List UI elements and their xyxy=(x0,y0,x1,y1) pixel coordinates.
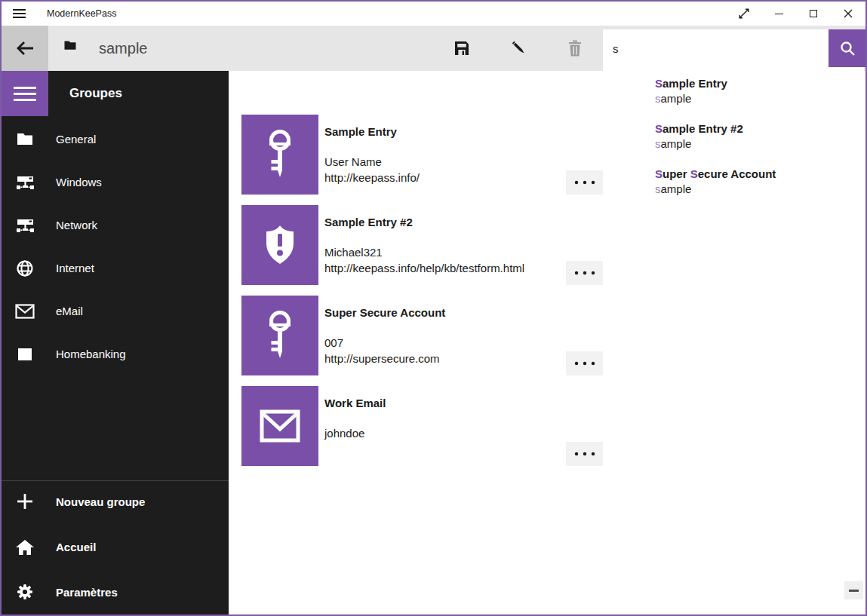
gear-icon xyxy=(15,583,35,601)
entry-details: johndoe xyxy=(324,425,364,441)
more-button[interactable] xyxy=(566,351,603,375)
suggestion-item[interactable]: Sample Entry sample xyxy=(655,76,864,121)
suggestion-title: Sample Entry #2 xyxy=(655,121,864,136)
key-icon xyxy=(241,296,318,375)
save-icon xyxy=(453,39,471,57)
save-button[interactable] xyxy=(444,26,480,71)
command-bar: sample xyxy=(2,26,865,71)
entry-details: User Name http://keepass.info/ xyxy=(324,154,420,185)
titlebar-hamburger-icon[interactable] xyxy=(2,7,36,20)
square-icon xyxy=(15,348,35,360)
app-title: ModernKeePass xyxy=(47,8,116,19)
sidebar-item-general[interactable]: General xyxy=(2,118,229,161)
back-button[interactable] xyxy=(2,26,48,71)
home-icon xyxy=(15,538,35,556)
sidebar-action-label: Paramètres xyxy=(56,586,118,599)
database-name: sample xyxy=(99,26,147,71)
mail-icon xyxy=(241,386,318,466)
sidebar-action-label: Accueil xyxy=(56,541,96,553)
entry-row-super-secure-account[interactable]: Super Secure Account 007 http://supersec… xyxy=(241,296,603,375)
app-window: ModernKeePass xyxy=(0,0,867,616)
more-button[interactable] xyxy=(566,261,603,285)
hamburger-icon xyxy=(14,83,36,105)
entry-title: Sample Entry xyxy=(324,125,397,138)
suggestion-item[interactable]: Sample Entry #2 sample xyxy=(655,121,864,167)
search-icon xyxy=(839,40,856,57)
sidebar-item-label: Network xyxy=(56,219,97,231)
group-list: General Windows xyxy=(2,118,229,375)
entry-username: Michael321 xyxy=(324,244,524,260)
sidebar-hamburger-button[interactable] xyxy=(2,71,48,116)
search-input[interactable] xyxy=(603,29,829,67)
minimize-button[interactable] xyxy=(761,2,796,26)
delete-button[interactable] xyxy=(557,26,593,71)
entry-details: Michael321 http://keepass.info/help/kb/t… xyxy=(324,244,524,276)
sidebar-item-windows[interactable]: Windows xyxy=(2,161,229,204)
sidebar-item-email[interactable]: eMail xyxy=(2,290,229,333)
network-icon xyxy=(15,217,35,234)
more-button[interactable] xyxy=(566,170,603,195)
shield-warning-icon xyxy=(241,205,318,285)
key-icon xyxy=(241,115,318,195)
hamburger-bars xyxy=(13,7,26,20)
sidebar-item-label: Windows xyxy=(56,176,102,188)
new-group-button[interactable]: Nouveau groupe xyxy=(2,479,229,524)
entry-username: 007 xyxy=(324,335,440,351)
entry-username: johndoe xyxy=(324,425,364,441)
minimize-icon xyxy=(775,14,783,14)
entry-title: Super Secure Account xyxy=(324,306,445,319)
entry-url: http://keepass.info/help/kb/testform.htm… xyxy=(324,260,524,276)
search-button[interactable] xyxy=(829,29,865,67)
diagonal-resize-icon xyxy=(739,8,749,19)
sidebar-item-label: Internet xyxy=(56,262,94,274)
window-controls xyxy=(727,2,865,26)
minus-icon xyxy=(849,590,859,592)
back-arrow-icon xyxy=(15,39,35,57)
sidebar-item-label: Homebanking xyxy=(56,348,126,360)
entry-title: Sample Entry #2 xyxy=(324,216,413,228)
globe-icon xyxy=(15,259,35,277)
entry-title: Work Email xyxy=(324,397,386,409)
entry-details: 007 http://supersecure.com xyxy=(324,335,440,366)
ellipsis-icon xyxy=(573,360,596,366)
home-button[interactable]: Accueil xyxy=(2,524,229,569)
close-icon xyxy=(844,9,853,18)
mail-icon xyxy=(15,304,35,319)
close-button[interactable] xyxy=(831,2,865,26)
groups-heading: Groupes xyxy=(69,71,122,116)
entry-list: Sample Entry User Name http://keepass.in… xyxy=(241,115,603,477)
suggestion-subtitle: sample xyxy=(655,136,864,152)
sidebar-item-homebanking[interactable]: Homebanking xyxy=(2,333,229,375)
sidebar-action-label: Nouveau groupe xyxy=(56,495,145,508)
entry-url: http://supersecure.com xyxy=(324,351,440,366)
sidebar-item-network[interactable]: Network xyxy=(2,204,229,247)
suggestion-title: Sample Entry xyxy=(655,76,864,91)
edit-button[interactable] xyxy=(501,26,537,71)
maximize-button[interactable] xyxy=(796,2,831,26)
entry-username: User Name xyxy=(324,154,420,170)
sidebar-item-label: General xyxy=(56,133,96,146)
zoom-out-button[interactable] xyxy=(844,581,863,599)
folder-icon xyxy=(15,131,35,147)
plus-icon xyxy=(15,492,35,510)
database-folder-icon xyxy=(63,39,77,54)
ellipsis-icon xyxy=(573,270,596,276)
fullscreen-button[interactable] xyxy=(727,2,761,26)
more-button[interactable] xyxy=(566,442,603,466)
maximize-icon xyxy=(810,10,817,17)
settings-button[interactable]: Paramètres xyxy=(2,569,229,614)
suggestion-item[interactable]: Super Secure Account sample xyxy=(655,167,864,212)
trash-icon xyxy=(567,39,583,57)
sidebar-item-internet[interactable]: Internet xyxy=(2,247,229,290)
entry-row-sample-entry-2[interactable]: Sample Entry #2 Michael321 http://keepas… xyxy=(241,205,603,285)
sidebar-item-label: eMail xyxy=(56,305,83,317)
suggestion-title: Super Secure Account xyxy=(655,167,864,182)
ellipsis-icon xyxy=(573,179,596,185)
entry-row-work-email[interactable]: Work Email johndoe xyxy=(241,386,603,466)
network-icon xyxy=(15,174,35,191)
sidebar-actions: Nouveau groupe Accueil xyxy=(2,479,229,614)
titlebar: ModernKeePass xyxy=(2,2,865,26)
search-suggestions: Sample Entry sample Sample Entry #2 samp… xyxy=(603,67,864,271)
sidebar: Groupes General xyxy=(2,71,229,614)
entry-row-sample-entry[interactable]: Sample Entry User Name http://keepass.in… xyxy=(241,115,603,195)
